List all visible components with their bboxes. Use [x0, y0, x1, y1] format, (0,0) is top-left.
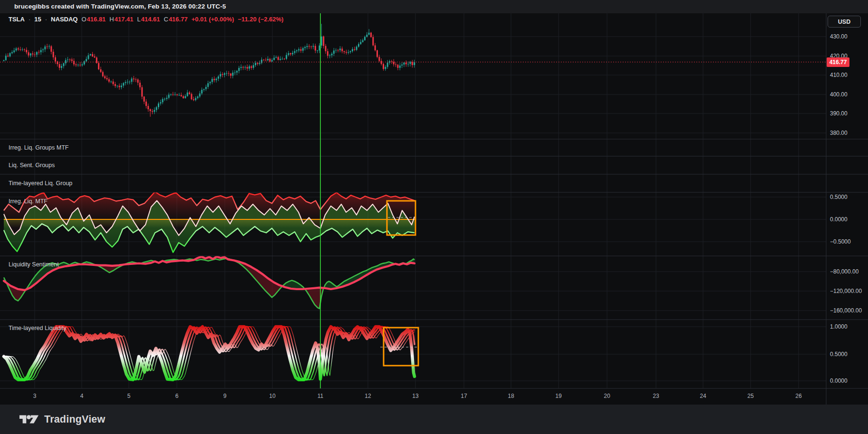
time-axis-label: 11: [318, 393, 323, 399]
indicator-tick-label: −0.5000: [830, 238, 851, 245]
time-axis-label: 3: [33, 393, 37, 399]
time-layered-liquidity-series: [4, 327, 415, 380]
ohlc-close: C416.77: [164, 16, 188, 23]
last-price-badge: 416.77: [827, 57, 849, 67]
chart-canvas[interactable]: [0, 0, 868, 434]
time-axis-label: 12: [365, 393, 371, 399]
time-axis-label: 23: [653, 393, 659, 399]
time-axis-label: 25: [747, 393, 753, 399]
change-absolute: +0.01 (+0.00%): [192, 16, 234, 23]
pane-title-irreg-liq-mtf[interactable]: Irreg. Liq. MTF: [9, 198, 48, 205]
currency-button[interactable]: USD: [828, 16, 861, 28]
footer-bar: TradingView: [0, 405, 868, 434]
indicator-tick-label: −120,000.00: [830, 288, 862, 294]
tradingview-logo-text[interactable]: TradingView: [44, 414, 105, 425]
tradingview-chart-snapshot: brucegibbs created with TradingView.com,…: [0, 0, 868, 434]
price-tick-label: 380.00: [830, 130, 848, 136]
pane-title-liquidity-sentiment[interactable]: Liquidity Sentiment: [9, 261, 59, 268]
liquidity-sentiment-series: [4, 256, 415, 309]
indicator-tick-label: 0.0000: [830, 216, 848, 223]
time-axis-label: 9: [223, 393, 227, 399]
indicator-tick-label: 1.0000: [830, 323, 848, 330]
time-axis-label: 10: [269, 393, 275, 399]
time-axis-label: 18: [508, 393, 514, 399]
tradingview-logo-icon[interactable]: [19, 413, 39, 426]
ohlc-open: O416.81: [81, 16, 106, 23]
symbol-name: TSLA: [9, 16, 25, 23]
pane-title-time-layered-liquidity[interactable]: Time-layered Liquidity: [9, 325, 67, 331]
indicator-tick-label: −80,000.00: [830, 268, 858, 275]
time-axis-label: 20: [604, 393, 610, 399]
time-axis-label: 5: [127, 393, 131, 399]
time-axis-label: 13: [412, 393, 418, 399]
price-tick-label: 430.00: [830, 33, 848, 40]
pane-title-liq-sent-groups[interactable]: Liq. Sent. Groups: [9, 162, 55, 169]
time-axis-label: 26: [795, 393, 801, 399]
indicator-tick-label: 0.0000: [830, 377, 848, 384]
time-axis-label: 24: [700, 393, 706, 399]
time-axis-label: 6: [175, 393, 179, 399]
time-axis-label: 4: [80, 393, 84, 399]
legend-separator: ·: [29, 16, 30, 23]
pane-title-time-layered-liq-group[interactable]: Time-layered Liq. Group: [9, 180, 72, 187]
symbol-interval: 15: [34, 16, 41, 23]
indicator-tick-label: 0.5000: [830, 194, 848, 200]
time-axis-label: 17: [461, 393, 467, 399]
price-tick-label: 400.00: [830, 91, 848, 98]
price-tick-label: 390.00: [830, 110, 848, 117]
candlestick-series: [3, 24, 415, 117]
price-tick-label: 410.00: [830, 72, 848, 78]
pane-title-irreg-liq-groups-mtf[interactable]: Irreg. Liq. Groups MTF: [9, 144, 68, 151]
ohlc-high: H417.41: [109, 16, 133, 23]
legend-separator: ·: [45, 16, 47, 23]
time-axis-label: 19: [555, 393, 561, 399]
ohlc-low: L414.61: [137, 16, 160, 23]
change-extended: −11.20 (−2.62%): [238, 16, 283, 23]
irreg-liq-mtf-series: [4, 192, 415, 253]
indicator-tick-label: −160,000.00: [830, 307, 862, 314]
indicator-tick-label: 0.5000: [830, 351, 848, 358]
symbol-exchange: NASDAQ: [51, 16, 77, 23]
symbol-legend[interactable]: TSLA · 15 · NASDAQ O416.81 H417.41 L414.…: [9, 16, 283, 23]
